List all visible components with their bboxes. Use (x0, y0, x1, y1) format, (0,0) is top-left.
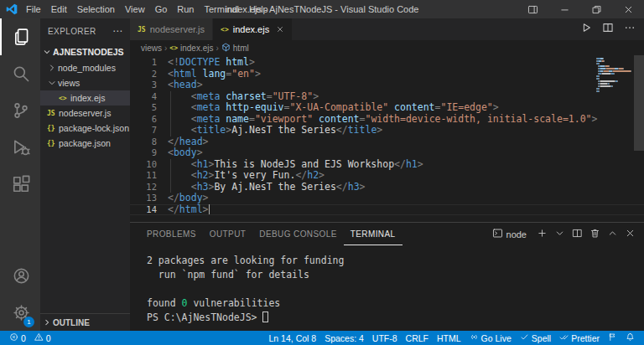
activitybar-search[interactable] (0, 55, 40, 92)
window-layout-button[interactable] (517, 0, 548, 18)
notification-badge: 1 (23, 317, 34, 327)
code-line-2[interactable]: 2<html lang="en"> (130, 69, 644, 80)
breadcrumb: views›<>index.ejs›html (130, 40, 644, 55)
outline-label: OUTLINE (53, 318, 90, 327)
outline-section[interactable]: OUTLINE (40, 313, 130, 331)
menu-file[interactable]: File (21, 0, 46, 18)
code-lines: 1<!DOCTYPE html>2<html lang="en">3<head>… (130, 57, 644, 215)
plus-button[interactable] (537, 227, 548, 242)
activitybar-explorer[interactable] (0, 18, 40, 55)
code-line-7[interactable]: 7 <title>Aj.NesT the Series</title> (130, 125, 644, 136)
chevron-right-icon (42, 317, 53, 327)
code-line-1[interactable]: 1<!DOCTYPE html> (130, 57, 644, 69)
code-line-10[interactable]: 10 <h1>This is NodeJS and EJS Workshop</… (130, 159, 644, 171)
statusbar-feedback[interactable] (604, 331, 621, 345)
breadcrumb-item-index-ejs[interactable]: <>index.ejs (169, 44, 213, 53)
panel-tab-problems[interactable]: PROBLEMS (140, 223, 203, 245)
code-line-4[interactable]: 4 <meta charset="UTF-8"> (130, 91, 644, 103)
code-line-9[interactable]: 9<body> (130, 147, 644, 159)
close-panel-button[interactable] (625, 227, 636, 242)
breadcrumb-separator: › (216, 44, 218, 53)
menu-go[interactable]: Go (150, 0, 173, 18)
menu-help[interactable]: Help (244, 0, 273, 18)
terminal-shell-selector[interactable]: node (492, 228, 527, 240)
menu-edit[interactable]: Edit (46, 0, 72, 18)
code-line-5[interactable]: 5 <meta http-equiv="X-UA-Compatible" con… (130, 102, 644, 114)
minimap-line (596, 58, 633, 59)
statusbar-notifications[interactable] (621, 331, 639, 345)
tree-item-index-ejs[interactable]: <>index.ejs (40, 90, 130, 106)
minimap-line (596, 83, 633, 85)
code-line-text: <body> (168, 147, 203, 159)
window-close-button[interactable] (612, 0, 644, 18)
tree-root-folder[interactable]: AJNESTNODEJS (40, 44, 130, 60)
statusbar-cursor-position[interactable]: Ln 14, Col 8 (265, 331, 321, 345)
terminal-line-2: run `npm fund` for details (147, 268, 644, 282)
scrollbar-slider[interactable] (634, 55, 644, 151)
activitybar-accounts[interactable] (0, 257, 40, 294)
split-button[interactable] (602, 22, 614, 37)
activitybar-manage[interactable]: 1 (0, 294, 40, 331)
statusbar-indentation[interactable]: Spaces: 4 (320, 331, 368, 345)
chevron-down-button[interactable] (554, 227, 565, 242)
trash-button[interactable] (589, 227, 600, 242)
statusbar-go-live[interactable]: Go Live (465, 331, 516, 345)
close-tab-icon[interactable] (276, 25, 284, 33)
tree-item-package-lock-json[interactable]: {}package-lock.json (40, 121, 130, 136)
chevron-up-button[interactable] (607, 227, 618, 242)
minimap-line (596, 70, 633, 72)
code-line-6[interactable]: 6 <meta name="viewport" content="width=d… (130, 114, 644, 126)
statusbar-prettier[interactable]: Prettier (555, 331, 604, 345)
explorer-title: EXPLORER (48, 27, 96, 36)
window-minimize-button[interactable] (548, 0, 580, 18)
terminal-output[interactable]: 2 packages are looking for funding run `… (130, 245, 644, 331)
minimap[interactable] (596, 58, 633, 93)
code-line-3[interactable]: 3<head> (130, 80, 644, 91)
panel-tab-output[interactable]: OUTPUT (203, 223, 253, 245)
tab-nodeserver-js[interactable]: JSnodeserver.js (130, 18, 213, 40)
activitybar-extensions[interactable] (0, 166, 40, 203)
line-number: 9 (130, 147, 157, 159)
terminal-cursor (262, 312, 268, 322)
tree-item-views[interactable]: views (40, 75, 130, 90)
panel-tab-debug-console[interactable]: DEBUG CONSOLE (252, 223, 343, 245)
tab-index-ejs[interactable]: <>index.ejs (213, 18, 293, 40)
window-restore-button[interactable] (580, 0, 612, 18)
code-line-8[interactable]: 8</head> (130, 136, 644, 148)
code-line-14[interactable]: 14</html> (130, 204, 644, 216)
chevron-down-icon (47, 78, 58, 88)
editor-scrollbar[interactable] (634, 55, 644, 222)
code-line-text: <meta charset="UTF-8"> (168, 91, 319, 103)
statusbar-errors-count[interactable]: 0 (5, 331, 30, 345)
menu-view[interactable]: View (120, 0, 150, 18)
activitybar-source-control[interactable] (0, 92, 40, 129)
statusbar-end-of-line[interactable]: CRLF (402, 331, 433, 345)
code-line-11[interactable]: 11 <h2>It's very Fun.</h2> (130, 170, 644, 182)
code-line-13[interactable]: 13</body> (130, 193, 644, 204)
tree-item-label: views (58, 78, 80, 88)
tree-item-label: nodeserver.js (59, 108, 111, 118)
panel-tab-terminal[interactable]: TERMINAL (344, 223, 402, 245)
activitybar-run-and-debug[interactable] (0, 129, 40, 166)
split-button[interactable] (572, 227, 583, 242)
statusbar-spell-checker[interactable]: Spell (516, 331, 555, 345)
views-more-actions-icon[interactable]: ⋯ (112, 25, 122, 37)
tree-item-node-modules[interactable]: node_modules (40, 60, 130, 75)
code-line-12[interactable]: 12 <h3>By Aj.NesT the Series</h3> (130, 182, 644, 193)
statusbar-warnings-count[interactable]: 0 (30, 331, 55, 345)
titlebar: FileEditSelectionViewGoRunTerminalHelp i… (0, 0, 644, 18)
more-button[interactable] (624, 22, 636, 37)
tree-item-package-json[interactable]: {}package.json (40, 136, 130, 151)
menu-run[interactable]: Run (172, 0, 199, 18)
statusbar-encoding[interactable]: UTF-8 (368, 331, 402, 345)
statusbar-label: UTF-8 (372, 333, 397, 343)
menu-terminal[interactable]: Terminal (200, 0, 245, 18)
code-editor[interactable]: 1<!DOCTYPE html>2<html lang="en">3<head>… (130, 55, 644, 222)
menu-selection[interactable]: Selection (72, 0, 120, 18)
run-button[interactable] (580, 22, 592, 37)
statusbar-language-mode[interactable]: HTML (433, 331, 465, 345)
tree-item-nodeserver-js[interactable]: JSnodeserver.js (40, 106, 130, 121)
line-number: 3 (130, 80, 157, 91)
breadcrumb-item-html[interactable]: html (221, 43, 249, 54)
breadcrumb-item-views[interactable]: views (141, 44, 162, 53)
